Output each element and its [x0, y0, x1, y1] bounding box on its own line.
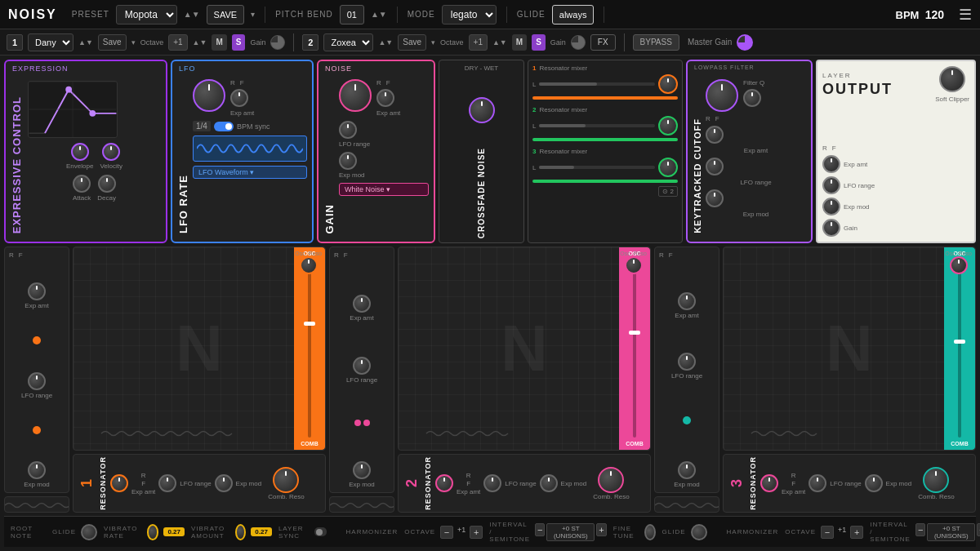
- footer-glide2-label: GLIDE: [662, 528, 686, 535]
- res1-mixer-knob[interactable]: [658, 74, 678, 94]
- res1-osc-reso-knob[interactable]: [300, 256, 318, 274]
- output-gain-knob[interactable]: [822, 219, 840, 237]
- ch2-save-btn[interactable]: Save: [398, 34, 426, 51]
- ch1-gain-knob[interactable]: [270, 35, 285, 50]
- footer-fine-tune1-knob[interactable]: [644, 524, 656, 540]
- left-lfo-range-knob[interactable]: [28, 372, 46, 390]
- res1-lfo-range-knob2[interactable]: [158, 474, 176, 492]
- menu-icon[interactable]: ☰: [959, 6, 972, 24]
- res3-comb-reso-knob[interactable]: [923, 467, 949, 493]
- fx-btn[interactable]: FX: [590, 34, 616, 51]
- right-exp-amt-knob[interactable]: [678, 292, 696, 310]
- lfo-waveform-btn[interactable]: LFO Waveform ▾: [193, 166, 307, 179]
- keytracked-exp-mod-knob[interactable]: [706, 189, 724, 207]
- int2-minus-btn[interactable]: −: [915, 523, 925, 536]
- output-lfo-range-knob[interactable]: [822, 176, 840, 194]
- oct2-plus-btn[interactable]: +: [850, 526, 863, 539]
- res3-exp-amt-knob[interactable]: [760, 474, 778, 492]
- res3-osc-reso-knob[interactable]: [950, 256, 968, 274]
- keytracked-main-knob[interactable]: [706, 79, 738, 112]
- glide-value[interactable]: always: [552, 5, 595, 24]
- keytracked-exp-amt-knob[interactable]: [706, 126, 724, 144]
- oct1-minus-btn[interactable]: −: [440, 526, 453, 539]
- res1-osc-slider-thumb[interactable]: [304, 322, 315, 326]
- mid-shared-controls: R F Exp amt LFO range Exp mod: [329, 247, 394, 513]
- res2-exp-mod-knob[interactable]: [540, 474, 558, 492]
- decay-knob[interactable]: [98, 175, 116, 193]
- res2-osc-reso-knob[interactable]: [625, 256, 643, 274]
- ch2-name-select[interactable]: Zoxea: [323, 33, 373, 51]
- left-exp-amt-knob[interactable]: [28, 282, 46, 300]
- preset-arrow[interactable]: ▲▼: [184, 10, 200, 19]
- pitch-bend-value[interactable]: 01: [340, 5, 364, 24]
- ch2-m-badge[interactable]: M: [512, 34, 527, 51]
- res3-exp-mod-knob[interactable]: [865, 474, 883, 492]
- res3-lfo-range-knob[interactable]: [808, 474, 826, 492]
- lfo-rate-main-knob[interactable]: [193, 79, 225, 112]
- mode-select[interactable]: legato: [442, 5, 497, 24]
- footer-oct1-label: OCTAVE: [404, 528, 435, 535]
- attack-knob[interactable]: [73, 175, 91, 193]
- bpm-sync-toggle[interactable]: [214, 122, 234, 131]
- res1-exp-amt-knob2[interactable]: [110, 474, 128, 492]
- ch1-name-select[interactable]: Dany: [28, 33, 74, 51]
- ch2-s-badge[interactable]: S: [532, 34, 546, 51]
- white-noise-btn[interactable]: White Noise ▾: [339, 183, 429, 196]
- noise-gain-main-knob[interactable]: [339, 79, 372, 112]
- soft-clipper-knob[interactable]: [939, 66, 965, 92]
- crossfade-knob[interactable]: [469, 97, 495, 123]
- res3-slider-thumb[interactable]: [954, 340, 965, 344]
- right-lfo-range-knob[interactable]: [678, 353, 696, 371]
- save-button[interactable]: SAVE: [207, 5, 245, 24]
- int1-plus-btn[interactable]: +: [596, 523, 606, 536]
- footer-glide2-knob[interactable]: [691, 524, 707, 540]
- ch2-octave-val[interactable]: +1: [469, 34, 488, 51]
- res1-comb-reso-knob[interactable]: [273, 467, 299, 493]
- res1-osc-reso-group: Osc. Reso: [295, 251, 322, 274]
- mode-label: MODE: [408, 10, 435, 19]
- pitch-bend-label: PITCH BEND: [275, 10, 333, 19]
- preset-select[interactable]: Mopota: [116, 5, 177, 24]
- res2-comb-reso-knob[interactable]: [598, 467, 624, 493]
- ch2-gain-knob[interactable]: [571, 35, 586, 50]
- ch1-save-btn[interactable]: Save: [98, 34, 127, 51]
- right-exp-mod-knob[interactable]: [678, 461, 696, 479]
- footer-layer-sync-toggle[interactable]: [314, 527, 326, 536]
- bypass-btn[interactable]: BYPASS: [633, 34, 679, 51]
- lfo-exp-amt-knob[interactable]: [230, 89, 248, 107]
- output-exp-mod-knob[interactable]: [822, 198, 840, 216]
- noise-lfo-range-knob[interactable]: [339, 121, 357, 139]
- master-gain-knob[interactable]: [737, 34, 753, 51]
- oct2-val: +1: [835, 526, 849, 539]
- mid-lfo-range-knob[interactable]: [353, 357, 371, 375]
- res2-exp-amt-knob[interactable]: [435, 474, 453, 492]
- res2-slider-thumb[interactable]: [629, 331, 640, 335]
- filter-q-knob[interactable]: [743, 89, 761, 107]
- res2-mixer-knob[interactable]: [658, 116, 678, 136]
- footer-vibrato-rate-knob[interactable]: [147, 524, 159, 540]
- output-exp-amt-knob[interactable]: [822, 155, 840, 173]
- int2-plus-btn[interactable]: +: [977, 523, 980, 536]
- mid-exp-amt-knob[interactable]: [353, 295, 371, 313]
- ch1-octave-val[interactable]: +1: [168, 34, 187, 51]
- noise-exp-amt-knob[interactable]: [376, 89, 394, 107]
- noise-exp-mod-knob[interactable]: [339, 152, 357, 170]
- keytracked-lfo-range-knob[interactable]: [706, 158, 724, 176]
- footer-glide-knob[interactable]: [81, 524, 97, 540]
- ch1-m-badge[interactable]: M: [212, 34, 226, 51]
- ch1-s-badge[interactable]: S: [232, 34, 246, 51]
- int1-minus-btn[interactable]: −: [535, 523, 545, 536]
- oct1-plus-btn[interactable]: +: [470, 526, 483, 539]
- res3-mixer-knob[interactable]: [658, 158, 678, 177]
- velocity-knob[interactable]: [102, 143, 120, 161]
- res1-exp-mod-knob2[interactable]: [215, 474, 233, 492]
- oct2-minus-btn[interactable]: −: [821, 526, 834, 539]
- res2-lfo-range-knob[interactable]: [483, 474, 501, 492]
- bpm-value[interactable]: 120: [925, 8, 944, 21]
- res3-mixer-row: 3 Resonator mixer L: [532, 148, 678, 183]
- left-shared-controls: R F Exp amt LFO range Exp mod: [4, 247, 69, 513]
- left-exp-mod-knob[interactable]: [28, 461, 46, 479]
- footer-vibrato-amt-knob[interactable]: [235, 524, 246, 540]
- mid-exp-mod-knob[interactable]: [353, 461, 371, 479]
- envelope-knob[interactable]: [71, 143, 89, 161]
